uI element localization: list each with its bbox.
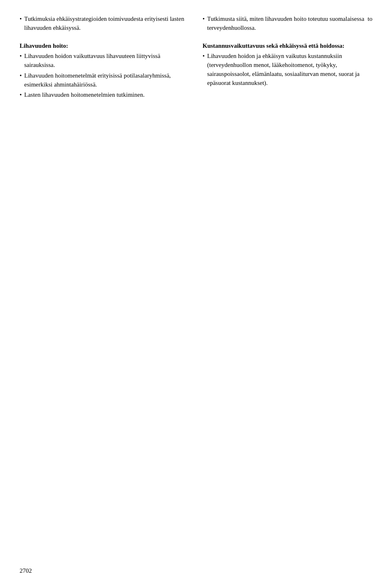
left-column: • Tutkimuksia ehkäisystrategioiden toimi… — [20, 15, 189, 109]
bullet-icon: • — [20, 52, 22, 61]
bullet-text: Tutkimuksia ehkäisystrategioiden toimivu… — [24, 15, 189, 33]
bullet-icon: • — [203, 52, 205, 61]
top-right-label: to — [368, 15, 372, 24]
list-item: • Lasten lihavuuden hoitomenetelmien tut… — [20, 91, 189, 100]
bullet-text: Lihavuuden hoitomenetelmät erityisissä p… — [24, 71, 189, 89]
right-column: • Tutkimusta siitä, miten lihavuuden hoi… — [203, 15, 372, 109]
bullet-text: Tutkimusta siitä, miten lihavuuden hoito… — [207, 15, 372, 33]
list-item: • Lihavuuden hoidon ja ehkäisyn vaikutus… — [203, 52, 372, 87]
bullet-icon: • — [20, 15, 22, 24]
left-section-2: Lihavuuden hoito: • Lihavuuden hoidon va… — [20, 42, 189, 102]
list-item: • Tutkimuksia ehkäisystrategioiden toimi… — [20, 15, 189, 33]
bullet-text: Lihavuuden hoidon ja ehkäisyn vaikutus k… — [207, 52, 372, 87]
right-section-2-heading: Kustannusvaikuttavuus sekä ehkäisyssä et… — [203, 42, 372, 51]
bullet-text: Lasten lihavuuden hoitomenetelmien tutki… — [24, 91, 189, 100]
page-footer: 2702 — [20, 567, 32, 576]
right-section-2-list: • Lihavuuden hoidon ja ehkäisyn vaikutus… — [203, 52, 372, 87]
bullet-icon: • — [20, 71, 22, 80]
bullet-icon: • — [20, 91, 22, 100]
page-container: to • Tutkimuksia ehkäisystrategioiden to… — [0, 0, 392, 587]
left-section-2-list: • Lihavuuden hoidon vaikuttavuus lihavuu… — [20, 52, 189, 100]
list-item: • Lihavuuden hoidon vaikuttavuus lihavuu… — [20, 52, 189, 70]
bullet-icon: • — [203, 15, 205, 24]
bullet-text: Lihavuuden hoidon vaikuttavuus lihavuute… — [24, 52, 189, 70]
page-number: 2702 — [20, 567, 32, 574]
left-section-1: • Tutkimuksia ehkäisystrategioiden toimi… — [20, 15, 189, 34]
two-column-layout: • Tutkimuksia ehkäisystrategioiden toimi… — [20, 15, 372, 109]
right-section-1: • Tutkimusta siitä, miten lihavuuden hoi… — [203, 15, 372, 34]
left-section-2-heading: Lihavuuden hoito: — [20, 42, 189, 51]
list-item: • Lihavuuden hoitomenetelmät erityisissä… — [20, 71, 189, 89]
right-section-2: Kustannusvaikuttavuus sekä ehkäisyssä et… — [203, 42, 372, 89]
left-section-1-list: • Tutkimuksia ehkäisystrategioiden toimi… — [20, 15, 189, 33]
right-section-1-list: • Tutkimusta siitä, miten lihavuuden hoi… — [203, 15, 372, 33]
list-item: • Tutkimusta siitä, miten lihavuuden hoi… — [203, 15, 372, 33]
